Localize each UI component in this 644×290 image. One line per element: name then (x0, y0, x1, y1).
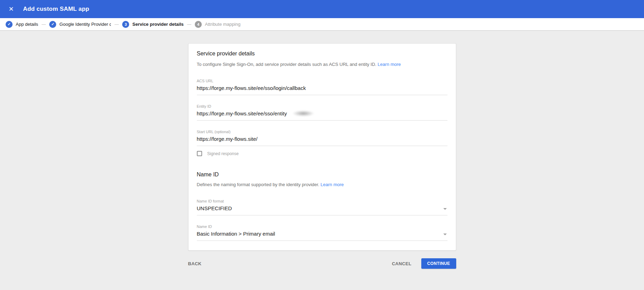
continue-button[interactable]: CONTINUE (421, 258, 456, 269)
back-button[interactable]: BACK (188, 261, 202, 266)
step-attribute-mapping[interactable]: 4 Attribute mapping (195, 21, 240, 28)
step-label: Google Identity Provider details (59, 22, 111, 27)
step-separator: — (42, 22, 46, 27)
start-url-field: Start URL (optional) https://forge.my-fl… (197, 130, 447, 146)
step-complete-check-icon: ✓ (6, 21, 13, 28)
dialog-title: Add custom SAML app (23, 6, 89, 13)
name-id-section: Name ID Defines the naming format suppor… (197, 171, 447, 241)
service-provider-details-card: Service provider details To configure Si… (188, 43, 456, 251)
step-service-provider-details[interactable]: 3 Service provider details (122, 21, 184, 28)
start-url-input[interactable]: https://forge.my-flows.site/ (197, 136, 447, 146)
wizard-stepper: ✓ App details — ✓ Google Identity Provid… (0, 18, 644, 31)
name-id-format-label: Name ID format (197, 199, 447, 203)
entity-id-label: Entity ID (197, 104, 447, 108)
acs-url-field: ACS URL https://forge.my-flows.site/ee/s… (197, 79, 447, 95)
card-title: Service provider details (197, 51, 447, 57)
step-label: Attribute mapping (205, 22, 240, 27)
step-google-idp-details[interactable]: ✓ Google Identity Provider details (49, 21, 111, 28)
card-description: To configure Single Sign-On, add service… (197, 62, 447, 67)
step-separator: — (114, 22, 119, 27)
redaction-blur (293, 110, 314, 116)
name-id-value-label: Name ID (197, 224, 447, 229)
wizard-actions: BACK CANCEL CONTINUE (188, 258, 456, 269)
signed-response-label: Signed response (207, 151, 239, 156)
close-icon[interactable]: ✕ (7, 5, 15, 13)
signed-response-row: Signed response (197, 151, 447, 156)
name-id-value-select[interactable]: Basic Information > Primary email (197, 231, 447, 241)
acs-url-value: https://forge.my-flows.site/ee/sso/login… (197, 85, 306, 91)
step-number-badge: 3 (122, 21, 129, 28)
name-id-format-field: Name ID format UNSPECIFIED (197, 199, 447, 215)
entity-id-input[interactable]: https://forge.my-flows.site/ee/sso/entit… (197, 110, 447, 121)
name-id-format-select[interactable]: UNSPECIFIED (197, 205, 447, 215)
start-url-value: https://forge.my-flows.site/ (197, 136, 258, 142)
start-url-label: Start URL (optional) (197, 130, 447, 134)
appbar: ✕ Add custom SAML app (0, 0, 644, 18)
name-id-value-text: Basic Information > Primary email (197, 231, 275, 237)
learn-more-link[interactable]: Learn more (320, 182, 343, 187)
step-app-details[interactable]: ✓ App details (6, 21, 38, 28)
signed-response-checkbox[interactable] (197, 151, 202, 156)
name-id-title: Name ID (197, 171, 447, 178)
step-label: App details (16, 22, 38, 27)
cancel-button[interactable]: CANCEL (392, 261, 412, 266)
name-id-format-value: UNSPECIFIED (197, 205, 232, 211)
step-number-badge: 4 (195, 21, 202, 28)
chevron-down-icon (443, 234, 447, 235)
acs-url-input[interactable]: https://forge.my-flows.site/ee/sso/login… (197, 85, 447, 95)
step-complete-check-icon: ✓ (49, 21, 56, 28)
entity-id-field: Entity ID https://forge.my-flows.site/ee… (197, 104, 447, 121)
step-label: Service provider details (132, 22, 184, 27)
description-text: To configure Single Sign-On, add service… (197, 62, 377, 67)
learn-more-link[interactable]: Learn more (378, 62, 401, 67)
name-id-description: Defines the naming format supported by t… (197, 182, 447, 187)
name-id-value-field: Name ID Basic Information > Primary emai… (197, 224, 447, 241)
chevron-down-icon (443, 208, 447, 210)
acs-url-label: ACS URL (197, 79, 447, 83)
entity-id-value: https://forge.my-flows.site/ee/sso/entit… (197, 110, 287, 116)
step-separator: — (187, 22, 191, 27)
description-text: Defines the naming format supported by t… (197, 182, 319, 187)
